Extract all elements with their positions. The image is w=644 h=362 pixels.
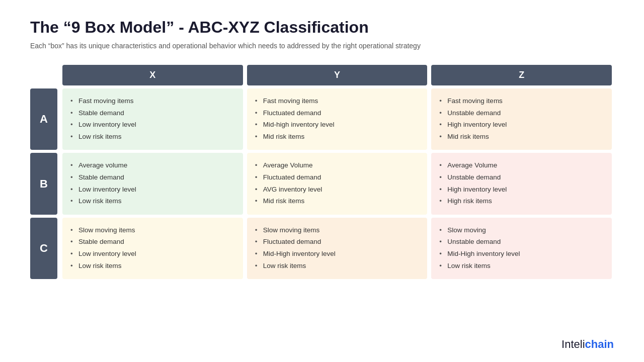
cell-bz-item-3: High inventory level	[439, 184, 604, 195]
cell-bz-item-4: High risk items	[439, 196, 604, 207]
col-header-x: X	[62, 65, 243, 85]
logo-suffix: chain	[585, 338, 614, 350]
cell-by-item-3: AVG inventory level	[255, 184, 420, 195]
cell-cy: Slow moving items Fluctuated demand Mid-…	[247, 218, 428, 279]
cell-cz-item-3: Mid-High inventory level	[439, 248, 604, 259]
row-a: A Fast moving items Stable demand Low in…	[30, 88, 614, 150]
row-header-c: C	[30, 218, 57, 279]
cell-az-item-3: High inventory level	[439, 119, 604, 130]
cell-cy-item-3: Mid-High inventory level	[255, 248, 420, 259]
cell-bz: Average Volume Unstable demand High inve…	[431, 153, 612, 214]
cell-by: Average Volume Fluctuated demand AVG inv…	[247, 153, 428, 214]
col-header-z: Z	[431, 65, 612, 85]
cell-ax-item-1: Fast moving items	[70, 96, 235, 107]
cell-ax-item-2: Stable demand	[70, 108, 235, 119]
cell-az-item-2: Unstable demand	[439, 108, 604, 119]
cell-ax-item-4: Low risk items	[70, 131, 235, 142]
cell-cz-item-4: Low risk items	[439, 260, 604, 272]
cell-bx: Average volume Stable demand Low invento…	[62, 153, 243, 214]
cell-bx-item-4: Low risk items	[70, 196, 235, 207]
logo-prefix: Inteli	[561, 338, 585, 350]
page-title: The “9 Box Model” - ABC-XYZ Classificati…	[30, 18, 614, 37]
cell-bz-item-2: Unstable demand	[439, 172, 604, 183]
cell-cx-item-4: Low risk items	[70, 260, 235, 272]
cell-ay-item-4: Mid risk items	[255, 131, 420, 142]
cell-cy-item-2: Fluctuated demand	[255, 236, 420, 247]
header-row: X Y Z	[60, 65, 614, 85]
cell-ax: Fast moving items Stable demand Low inve…	[62, 88, 243, 150]
cell-ay-item-2: Fluctuated demand	[255, 108, 420, 119]
cell-cy-item-1: Slow moving items	[255, 225, 420, 236]
page-subtitle: Each “box” has its unique characteristic…	[30, 42, 614, 50]
col-header-y: Y	[247, 65, 428, 85]
cell-az-item-4: Mid risk items	[439, 131, 604, 142]
cell-ay-item-3: Mid-high inventory level	[255, 119, 420, 130]
cell-cy-item-4: Low risk items	[255, 260, 420, 272]
cell-ax-item-3: Low inventory level	[70, 119, 235, 130]
cell-az-item-1: Fast moving items	[439, 96, 604, 107]
cell-by-item-4: Mid risk items	[255, 196, 420, 207]
cell-cx-item-2: Stable demand	[70, 236, 235, 247]
cell-cz: Slow moving Unstable demand Mid-High inv…	[431, 218, 612, 279]
cell-az: Fast moving items Unstable demand High i…	[431, 88, 612, 150]
cell-bx-item-1: Average volume	[70, 160, 235, 171]
cell-cz-item-2: Unstable demand	[439, 236, 604, 247]
cell-ay-item-1: Fast moving items	[255, 96, 420, 107]
cell-bx-item-3: Low inventory level	[70, 184, 235, 195]
cell-by-item-2: Fluctuated demand	[255, 172, 420, 183]
row-header-b: B	[30, 153, 57, 214]
cell-bz-item-1: Average Volume	[439, 160, 604, 171]
grid-wrapper: X Y Z A Fast moving items Stable demand …	[30, 65, 614, 279]
cell-cx-item-3: Low inventory level	[70, 248, 235, 259]
page-container: The “9 Box Model” - ABC-XYZ Classificati…	[0, 0, 644, 289]
cell-bx-item-2: Stable demand	[70, 172, 235, 183]
row-header-a: A	[30, 88, 57, 150]
row-b: B Average volume Stable demand Low inven…	[30, 153, 614, 214]
row-c: C Slow moving items Stable demand Low in…	[30, 218, 614, 279]
cell-by-item-1: Average Volume	[255, 160, 420, 171]
cell-cx: Slow moving items Stable demand Low inve…	[62, 218, 243, 279]
cell-ay: Fast moving items Fluctuated demand Mid-…	[247, 88, 428, 150]
cell-cx-item-1: Slow moving items	[70, 225, 235, 236]
logo: Intelichain	[561, 338, 614, 351]
cell-cz-item-1: Slow moving	[439, 225, 604, 236]
